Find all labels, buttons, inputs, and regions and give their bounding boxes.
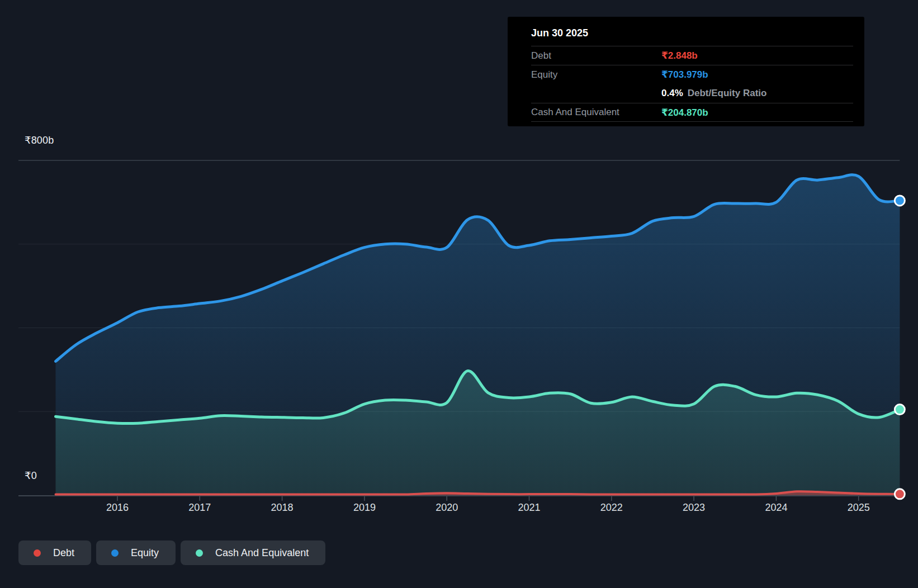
x-axis-label-2017: 2017 — [188, 502, 211, 513]
x-axis-label-2024: 2024 — [765, 502, 787, 513]
tooltip-debt-value: ₹2.848b — [661, 50, 698, 61]
x-axis-label-2025: 2025 — [848, 502, 870, 513]
legend-item-debt[interactable]: Debt — [18, 540, 91, 565]
cash-and-equivalent-endpoint-marker — [895, 405, 905, 415]
legend: Debt Equity Cash And Equivalent — [18, 540, 325, 565]
tooltip-row-cash: Cash And Equivalent ₹204.870b — [531, 103, 853, 122]
debt-endpoint-marker — [895, 489, 905, 499]
x-axis-label-2021: 2021 — [518, 502, 540, 513]
legend-item-cash[interactable]: Cash And Equivalent — [181, 540, 325, 565]
tooltip-ratio-value: 0.4% — [661, 88, 683, 99]
tooltip-row-ratio: 0.4% Debt/Equity Ratio — [531, 84, 853, 103]
tooltip-date: Jun 30 2025 — [531, 20, 853, 46]
x-axis-label-2023: 2023 — [683, 502, 705, 513]
x-axis-label-2022: 2022 — [600, 502, 623, 513]
tooltip-debt-label: Debt — [531, 50, 661, 61]
x-axis-label-2020: 2020 — [436, 502, 458, 513]
y-axis-label-0: ₹0 — [25, 470, 37, 482]
y-axis-label-800b: ₹800b — [25, 134, 54, 146]
tooltip-ratio-label: Debt/Equity Ratio — [688, 88, 767, 99]
tooltip-row-equity: Equity ₹703.979b — [531, 65, 853, 84]
x-axis-label-2018: 2018 — [271, 502, 294, 513]
balance-sheet-history-chart: 2016201720182019202020212022202320242025… — [0, 0, 918, 588]
legend-debt-label: Debt — [53, 547, 74, 559]
legend-cash-label: Cash And Equivalent — [215, 547, 309, 559]
tooltip-row-debt: Debt ₹2.848b — [531, 46, 853, 65]
equity-legend-dot-icon — [111, 549, 119, 557]
tooltip-cash-value: ₹204.870b — [661, 107, 708, 118]
x-axis-label-2019: 2019 — [353, 502, 376, 513]
x-axis-label-2016: 2016 — [106, 502, 129, 513]
tooltip-equity-value: ₹703.979b — [661, 69, 708, 80]
tooltip: Jun 30 2025 Debt ₹2.848b Equity ₹703.979… — [508, 17, 864, 126]
debt-legend-dot-icon — [34, 549, 41, 557]
tooltip-cash-label: Cash And Equivalent — [531, 107, 661, 118]
cash-legend-dot-icon — [196, 549, 203, 557]
legend-equity-label: Equity — [131, 547, 159, 559]
tooltip-equity-label: Equity — [531, 69, 661, 80]
equity-endpoint-marker — [895, 196, 905, 206]
legend-item-equity[interactable]: Equity — [96, 540, 176, 565]
